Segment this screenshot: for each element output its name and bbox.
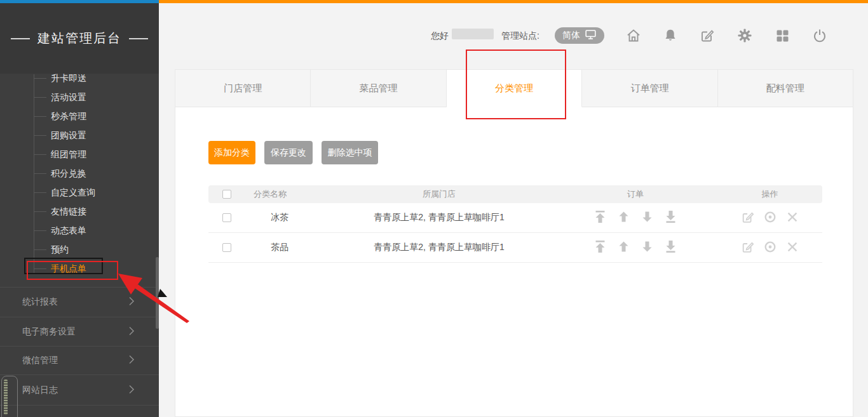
view-icon[interactable] xyxy=(763,240,777,256)
category-table: 分类名称 所属门店 订单 操作 冰茶 青青原上草2, 青青原上草咖啡厅1 xyxy=(208,185,822,263)
chevron-right-icon xyxy=(126,383,137,397)
column-header-actions: 操作 xyxy=(717,189,822,200)
sidebar-scrollbar[interactable] xyxy=(156,257,159,329)
bell-icon[interactable] xyxy=(663,28,678,43)
delete-selected-button[interactable]: 删除选中项 xyxy=(322,141,378,164)
page: 升卡即送 活动设置 秒杀管理 团购设置 组团管理 积分兑换 自定义查询 友情链接… xyxy=(0,0,868,417)
move-up-icon[interactable] xyxy=(619,211,628,225)
row-checkbox[interactable] xyxy=(222,243,231,252)
sidebar-item-mobile-ordering[interactable]: 手机点单 xyxy=(0,259,159,278)
tab-order-management[interactable]: 订单管理 xyxy=(582,70,717,107)
title-dash-left xyxy=(11,38,30,39)
delete-icon[interactable] xyxy=(785,210,799,226)
sidebar-section-label: 微信管理 xyxy=(22,355,58,366)
stores-cell: 青青原上草2, 青青原上草咖啡厅1 xyxy=(325,212,553,223)
add-category-button[interactable]: 添加分类 xyxy=(208,141,255,164)
managed-site-label: 管理站点: xyxy=(501,30,539,42)
move-bottom-icon[interactable] xyxy=(666,241,675,255)
monitor-icon xyxy=(585,29,597,42)
move-down-icon[interactable] xyxy=(642,211,652,225)
sidebar-item-group-buy[interactable]: 团购设置 xyxy=(0,126,159,145)
app-title: 建站管理后台 xyxy=(11,30,148,47)
move-top-icon[interactable] xyxy=(595,241,605,255)
sidebar-item-group-manage[interactable]: 组团管理 xyxy=(0,145,159,164)
scrollbar-grip xyxy=(4,380,8,415)
home-icon[interactable] xyxy=(626,28,641,43)
edit-icon[interactable] xyxy=(741,240,755,256)
move-down-icon[interactable] xyxy=(642,241,652,255)
topbar-orange-strip xyxy=(159,0,868,3)
sidebar-section-wechat[interactable]: 微信管理 xyxy=(0,346,159,374)
gear-icon[interactable] xyxy=(737,28,752,43)
sidebar: 升卡即送 活动设置 秒杀管理 团购设置 组团管理 积分兑换 自定义查询 友情链接… xyxy=(0,3,159,417)
save-changes-button[interactable]: 保存更改 xyxy=(264,141,313,164)
sidebar-item-points-exchange[interactable]: 积分兑换 xyxy=(0,164,159,183)
sidebar-item-activity-settings[interactable]: 活动设置 xyxy=(0,88,159,107)
sidebar-item-reservation[interactable]: 预约 xyxy=(0,240,159,259)
tab-dish-management[interactable]: 菜品管理 xyxy=(311,70,446,107)
sidebar-section-statistics[interactable]: 统计报表 xyxy=(0,287,159,317)
table-header-row: 分类名称 所属门店 订单 操作 xyxy=(208,185,822,203)
compose-icon[interactable] xyxy=(700,28,715,43)
table-row: 茶品 青青原上草2, 青青原上草咖啡厅1 xyxy=(208,233,822,263)
greeting-text: 您好 xyxy=(431,30,449,42)
table-row: 冰茶 青青原上草2, 青青原上草咖啡厅1 xyxy=(208,203,822,233)
sidebar-item-friend-links[interactable]: 友情链接 xyxy=(0,202,159,221)
sidebar-section-label: 统计报表 xyxy=(22,296,58,308)
category-name-cell: 冰茶 xyxy=(245,212,325,223)
tab-ingredient-management[interactable]: 配料管理 xyxy=(718,70,853,107)
move-bottom-icon[interactable] xyxy=(666,211,675,225)
main-panel: 门店管理 菜品管理 分类管理 订单管理 配料管理 添加分类 保存更改 删除选中项… xyxy=(175,69,853,417)
sidebar-header: 建站管理后台 xyxy=(0,3,159,74)
column-header-order: 订单 xyxy=(553,189,717,200)
chevron-right-icon xyxy=(126,325,137,338)
tab-category-management[interactable]: 分类管理 xyxy=(447,70,582,107)
tab-bar: 门店管理 菜品管理 分类管理 订单管理 配料管理 xyxy=(175,70,853,107)
move-top-icon[interactable] xyxy=(595,211,605,225)
apps-grid-icon[interactable] xyxy=(775,28,790,43)
edit-icon[interactable] xyxy=(741,210,755,226)
chevron-right-icon xyxy=(126,296,137,309)
sidebar-section-ecommerce[interactable]: 电子商务设置 xyxy=(0,317,159,346)
redacted-username xyxy=(452,29,494,39)
select-all-checkbox[interactable] xyxy=(222,190,231,199)
chevron-right-icon xyxy=(126,354,137,367)
language-label: 简体 xyxy=(562,30,580,41)
sidebar-item-dynamic-forms[interactable]: 动态表单 xyxy=(0,221,159,240)
tab-store-management[interactable]: 门店管理 xyxy=(175,70,311,107)
sidebar-section-label: 网站日志 xyxy=(22,385,58,396)
category-name-cell: 茶品 xyxy=(245,242,325,253)
delete-icon[interactable] xyxy=(785,240,799,256)
language-toggle-button[interactable]: 简体 xyxy=(555,27,604,44)
sidebar-section-label: 电子商务设置 xyxy=(22,326,76,338)
app-title-text: 建站管理后台 xyxy=(37,30,121,47)
move-up-icon[interactable] xyxy=(619,241,628,255)
column-header-category-name: 分类名称 xyxy=(245,189,325,200)
stores-cell: 青青原上草2, 青青原上草咖啡厅1 xyxy=(325,242,553,253)
sidebar-section-site-logs[interactable]: 网站日志 xyxy=(0,374,159,406)
sidebar-item-custom-query[interactable]: 自定义查询 xyxy=(0,183,159,202)
column-header-stores: 所属门店 xyxy=(325,189,553,200)
sidebar-item-flash-sale[interactable]: 秒杀管理 xyxy=(0,107,159,126)
view-icon[interactable] xyxy=(763,210,777,226)
power-icon[interactable] xyxy=(812,28,827,43)
title-dash-right xyxy=(129,38,148,39)
sidebar-bottom-scrollbar[interactable] xyxy=(1,376,18,417)
row-checkbox[interactable] xyxy=(222,213,231,222)
sidebar-collapse-triangle[interactable] xyxy=(158,289,167,297)
